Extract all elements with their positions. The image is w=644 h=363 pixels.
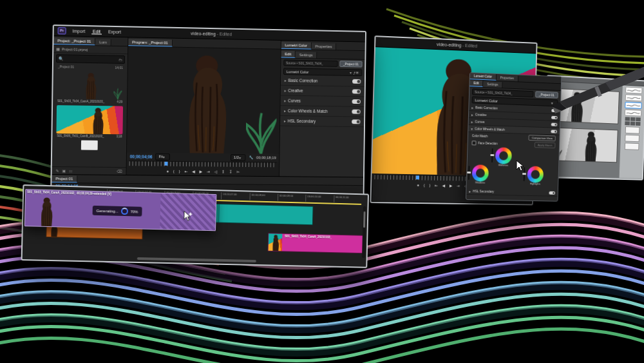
section-toggle[interactable] <box>352 119 360 124</box>
selected-bin-card[interactable] <box>81 141 98 150</box>
section-color-wheels[interactable]: ▸ Color Wheels & Match <box>280 106 364 117</box>
menu-import[interactable]: Import <box>71 29 86 34</box>
transport-controls: ● { } ⇤ ◀ ▶ ⇥ ◁ ↥ ↧ ✂ <box>126 166 279 176</box>
lift-button[interactable]: ↥ <box>222 170 225 174</box>
generating-region <box>160 193 216 231</box>
premiere-logo[interactable]: Pr <box>58 27 66 34</box>
section-curves[interactable]: ▸ Curves <box>280 95 364 107</box>
target-sequence-chip[interactable]: _Project 01 <box>535 91 558 98</box>
generating-badge: Generating... 70% <box>93 206 142 217</box>
midtones-slider[interactable] <box>491 148 493 162</box>
subtab-edit[interactable]: Edit <box>469 80 483 87</box>
play-button[interactable]: ▶ <box>450 183 453 188</box>
go-start-button[interactable]: ⇤ <box>435 183 438 188</box>
comparison-view-button[interactable]: Comparison View <box>529 135 556 141</box>
shadows-wheel[interactable]: Shadows <box>472 164 489 184</box>
apply-match-button[interactable]: Apply Match <box>535 142 555 148</box>
mark-out-button[interactable]: } <box>429 183 430 187</box>
fit-dropdown[interactable]: Fit▾ <box>155 153 169 160</box>
menu-export[interactable]: Export <box>107 30 122 34</box>
section-toggle[interactable] <box>352 99 361 104</box>
search-input[interactable]: 🔍 🗀 <box>56 54 125 64</box>
target-sequence-chip[interactable]: _Project 01 <box>339 61 363 67</box>
tab-project[interactable]: Project: _Project 01 <box>53 37 95 45</box>
folder-icon[interactable]: 🗀 <box>118 57 122 61</box>
stroke-style-item-selected[interactable] <box>625 102 641 109</box>
pen-tool-icon[interactable]: ✎ <box>56 168 59 173</box>
step-back-button[interactable]: ◀ <box>192 169 195 173</box>
progress-spinner-icon <box>121 208 128 215</box>
timeline-clip-generative[interactable]: S01_Sh03_Tk04_CamA_20210103_-00;00;04;29… <box>24 189 217 231</box>
tab-sequence[interactable]: Project 01 <box>52 175 77 182</box>
mark-out-button[interactable]: } <box>179 169 180 173</box>
stroke-style-item[interactable] <box>625 87 642 94</box>
resolution-dropdown[interactable]: 1/2▾ <box>231 154 246 161</box>
subtab-edit[interactable]: Edit <box>281 51 296 58</box>
clip-thumbnail[interactable] <box>57 70 124 100</box>
step-forward-button[interactable]: ⇥ <box>457 183 460 188</box>
play-button[interactable]: ▶ <box>200 169 203 173</box>
extract-button[interactable]: ↧ <box>229 170 232 174</box>
tab-program[interactable]: Program: _Project 01 <box>128 39 173 46</box>
lumetri-panel-floating: Lumetri Color Properties Edit Settings S… <box>466 72 562 202</box>
highlights-wheel[interactable]: Highlights <box>527 166 544 185</box>
marker-button[interactable]: ● <box>417 183 419 187</box>
duration-timecode: 00;00;18;19 <box>256 155 276 159</box>
stroke-style-item[interactable] <box>625 94 642 101</box>
horizontal-scrollbar[interactable] <box>137 257 256 262</box>
section-toggle[interactable] <box>551 115 558 119</box>
loop-button[interactable]: ◁ <box>214 169 218 173</box>
highlights-slider[interactable] <box>524 167 526 181</box>
subtab-settings[interactable]: Settings <box>296 52 317 58</box>
eye-icon[interactable]: 👁 <box>355 71 359 75</box>
section-toggle[interactable] <box>549 191 555 194</box>
chevron-down-icon: ▾ <box>551 101 553 105</box>
tab-lumetri-color[interactable]: Lumetri Color <box>281 42 312 50</box>
face-detection-checkbox[interactable] <box>471 141 476 145</box>
timeline-clip-pink[interactable]: S01_Sh03_Tk04_CamA_20210103_ <box>268 233 363 253</box>
section-toggle[interactable] <box>551 130 557 133</box>
swatch[interactable] <box>625 135 639 142</box>
thumbnail-grid[interactable] <box>625 117 641 126</box>
window-title: video-editing <box>437 42 461 47</box>
clip-thumbnail[interactable] <box>56 105 123 134</box>
tab-lumetri-color[interactable]: Lumetri Color <box>470 73 497 81</box>
step-back-button[interactable]: ◀ <box>442 183 446 188</box>
tab-properties[interactable]: Properties <box>312 43 337 50</box>
tab-lumetri-scopes[interactable]: Lum <box>95 39 111 45</box>
stroke-style-item[interactable] <box>625 110 641 117</box>
export-frame-button[interactable]: ✂ <box>236 170 240 174</box>
section-toggle[interactable] <box>352 79 361 84</box>
midtones-wheel[interactable]: Midtones <box>495 147 512 166</box>
menu-edit[interactable]: Edit <box>91 29 102 34</box>
section-toggle[interactable] <box>551 108 558 112</box>
mark-in-button[interactable]: { <box>424 183 425 187</box>
bin-meta: 14;01 <box>115 66 123 70</box>
preset-dropdown[interactable]: Lumetri Color ▾ ƒ 👁 <box>283 68 362 76</box>
section-hsl-secondary[interactable]: ▸ HSL Secondary <box>280 116 364 127</box>
vertical-scrollbar[interactable] <box>362 206 366 258</box>
trash-icon[interactable]: ⌫ <box>117 169 122 173</box>
section-toggle[interactable] <box>352 110 360 114</box>
clip-extended-region[interactable] <box>218 204 312 224</box>
automate-icon[interactable]: ⚏ <box>69 168 72 173</box>
chevron-right-icon: ▸ <box>469 189 471 193</box>
grid-view-icon[interactable]: ▦ <box>56 46 60 51</box>
shadows-slider[interactable] <box>468 166 470 180</box>
playhead[interactable] <box>416 175 419 179</box>
subtab-settings[interactable]: Settings <box>483 81 502 88</box>
mark-in-button[interactable]: { <box>173 169 175 173</box>
marker-button[interactable]: ● <box>167 169 169 173</box>
section-toggle[interactable] <box>352 89 361 93</box>
swatch[interactable] <box>625 126 640 134</box>
swatch[interactable] <box>625 142 639 150</box>
step-forward-button[interactable]: ⇥ <box>207 169 210 173</box>
source-clip-label: Source • S01_Sh03_Tk04_ <box>475 90 513 95</box>
tab-properties[interactable]: Properties <box>497 75 518 81</box>
section-toggle[interactable] <box>551 123 558 126</box>
go-start-button[interactable]: ⇤ <box>185 169 188 173</box>
settings-wrench-icon[interactable]: 🔧 <box>249 155 254 159</box>
bin-icon[interactable]: ▣ <box>62 168 66 173</box>
chevron-right-icon: ▸ <box>285 78 287 83</box>
playhead[interactable] <box>165 162 168 166</box>
